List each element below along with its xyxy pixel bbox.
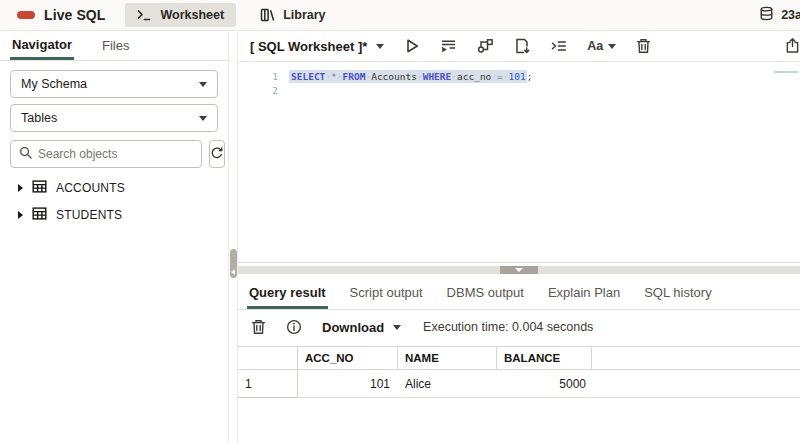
database-icon [759, 6, 774, 24]
tab-worksheet[interactable]: Worksheet [125, 3, 236, 27]
oracle-logo [17, 11, 35, 19]
table-icon [32, 207, 47, 223]
chevron-down-icon [515, 268, 523, 272]
database-version-label: 23a [781, 8, 800, 22]
refresh-button[interactable] [209, 140, 225, 168]
tab-explain-plan[interactable]: Explain Plan [546, 285, 622, 309]
tab-sql-history[interactable]: SQL history [642, 285, 713, 309]
navigator-sidebar: Navigator Files My Schema Tables [0, 31, 228, 443]
font-size-dropdown[interactable]: Aa [587, 39, 616, 53]
worksheet-title-dropdown[interactable]: [ SQL Worksheet ]* [250, 39, 384, 54]
schema-select[interactable]: My Schema [10, 70, 218, 98]
expand-icon[interactable] [18, 184, 23, 192]
chevron-down-icon [376, 44, 384, 49]
tree-item-accounts[interactable]: ACCOUNTS [0, 174, 228, 201]
tab-navigator-label: Navigator [12, 37, 72, 52]
tab-worksheet-label: Worksheet [160, 8, 224, 22]
line-number: 1 [238, 70, 278, 84]
run-button[interactable] [404, 38, 420, 54]
line-number-gutter: 1 2 [238, 70, 278, 98]
database-version-badge[interactable]: 23a [759, 6, 800, 24]
worksheet-main: [ SQL Worksheet ]* [238, 31, 800, 443]
sidebar-tabs: Navigator Files [0, 31, 228, 61]
tab-script-output[interactable]: Script output [348, 285, 425, 309]
editor-scroll-indicator [774, 71, 798, 73]
clear-worksheet-button[interactable] [636, 38, 651, 54]
chevron-down-icon [199, 116, 207, 121]
execution-time: Execution time: 0.004 seconds [423, 320, 593, 334]
object-tree: ACCOUNTS STUDENTS [0, 174, 228, 228]
statement-terminator: ; [527, 71, 533, 82]
grid-header-row: ACC_NO NAME BALANCE [238, 346, 800, 370]
code-line-2 [289, 84, 532, 98]
splitter-collapse-handle[interactable] [500, 266, 538, 274]
results-toolbar: Download Execution time: 0.004 seconds [238, 310, 800, 344]
tab-library[interactable]: Library [248, 3, 337, 27]
tab-dbms-output[interactable]: DBMS output [445, 285, 526, 309]
schema-select-value: My Schema [21, 77, 87, 91]
sql-editor[interactable]: 1 2 SELECT·*·FROM·Accounts·WHERE·acc_no·… [238, 63, 800, 262]
row-number-header [238, 347, 298, 369]
search-box [10, 140, 202, 168]
search-icon [19, 146, 32, 162]
refresh-icon [210, 146, 224, 163]
tree-item-label: STUDENTS [56, 208, 122, 222]
format-indent-button[interactable] [550, 38, 567, 54]
code-selection: SELECT·*·FROM·Accounts·WHERE·acc_no·=·10… [289, 70, 527, 83]
column-header-balance: BALANCE [497, 347, 592, 369]
brand-title: Live SQL [44, 7, 105, 23]
tab-library-label: Library [283, 8, 325, 22]
results-panel: Query result Script output DBMS output E… [238, 274, 800, 443]
code-line-1: SELECT·*·FROM·Accounts·WHERE·acc_no·=·10… [289, 70, 532, 84]
column-header-name: NAME [398, 347, 497, 369]
row-number-cell: 1 [238, 370, 298, 398]
expand-icon[interactable] [18, 211, 23, 219]
tree-item-label: ACCOUNTS [56, 181, 125, 195]
query-result-grid: ACC_NO NAME BALANCE 1 101 Alice 5000 [238, 346, 800, 398]
clear-results-button[interactable] [251, 319, 266, 335]
object-type-select[interactable]: Tables [10, 104, 218, 132]
chevron-down-icon [199, 82, 207, 87]
search-row [10, 140, 218, 168]
library-icon [260, 8, 275, 22]
splitter-track[interactable] [238, 266, 800, 274]
worksheet-toolbar: [ SQL Worksheet ]* [238, 31, 800, 62]
object-type-select-value: Tables [21, 111, 57, 125]
cell-name: Alice [398, 370, 497, 397]
table-icon [32, 180, 47, 196]
results-tabs: Query result Script output DBMS output E… [238, 274, 800, 310]
table-row: 1 101 Alice 5000 [238, 370, 800, 398]
sidebar-splitter-handle[interactable] [230, 249, 237, 278]
explain-plan-button[interactable] [477, 38, 494, 54]
tab-files[interactable]: Files [100, 31, 131, 60]
cell-balance: 5000 [497, 370, 592, 397]
run-script-button[interactable] [440, 38, 457, 54]
download-dropdown[interactable]: Download [322, 320, 401, 335]
cell-acc-no: 101 [298, 370, 398, 397]
tree-item-students[interactable]: STUDENTS [0, 201, 228, 228]
tab-files-label: Files [102, 38, 129, 53]
font-size-label: Aa [587, 39, 603, 53]
info-button[interactable] [286, 319, 302, 335]
share-button[interactable] [785, 37, 800, 57]
sidebar-splitter[interactable] [228, 31, 238, 443]
worksheet-title: [ SQL Worksheet ]* [250, 39, 367, 54]
grid-header-filler [592, 347, 800, 369]
live-sql-app: Live SQL Worksheet Library [0, 0, 800, 443]
search-objects-input[interactable] [38, 147, 193, 161]
download-label: Download [322, 320, 384, 335]
chevron-down-icon [608, 44, 616, 49]
top-bar: Live SQL Worksheet Library [0, 0, 800, 31]
chevron-down-icon [393, 325, 401, 330]
tab-navigator[interactable]: Navigator [10, 31, 74, 60]
line-number: 2 [238, 84, 278, 98]
results-panel-splitter[interactable] [238, 262, 800, 274]
column-header-acc-no: ACC_NO [298, 347, 398, 369]
save-file-button[interactable] [514, 38, 530, 54]
terminal-icon [137, 9, 152, 21]
tab-query-result[interactable]: Query result [247, 285, 328, 309]
